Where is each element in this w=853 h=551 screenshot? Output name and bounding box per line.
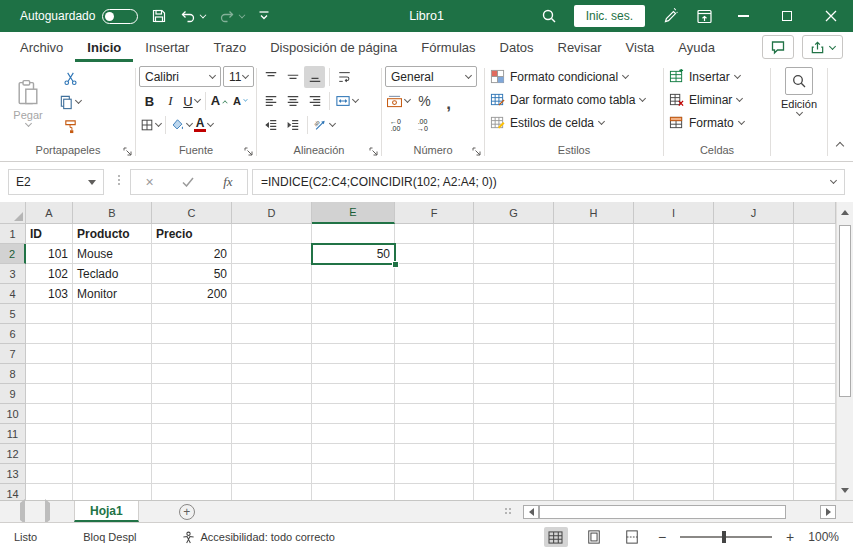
number-dialog-launcher[interactable] xyxy=(472,146,481,158)
cell-D12[interactable] xyxy=(232,444,312,464)
row-header-7[interactable]: 7 xyxy=(0,344,26,364)
cell-F2[interactable] xyxy=(395,244,474,264)
cell-C1[interactable]: Precio xyxy=(152,224,232,244)
cell-J8[interactable] xyxy=(714,364,794,384)
format-as-table-button[interactable]: Dar formato como tabla xyxy=(490,88,645,111)
select-all-corner[interactable] xyxy=(0,202,26,224)
cell-J3[interactable] xyxy=(714,264,794,284)
wrap-text-button[interactable] xyxy=(334,66,355,88)
cell-H13[interactable] xyxy=(554,464,634,484)
cell-D11[interactable] xyxy=(232,424,312,444)
cell-partial-7[interactable] xyxy=(794,344,836,364)
formula-input[interactable]: =INDICE(C2:C4;COINCIDIR(102; A2:A4; 0)) xyxy=(252,169,845,195)
cell-F5[interactable] xyxy=(395,304,474,324)
tab-datos[interactable]: Datos xyxy=(488,32,546,62)
cell-J1[interactable] xyxy=(714,224,794,244)
cell-F9[interactable] xyxy=(395,384,474,404)
insert-cells-button[interactable]: Insertar xyxy=(669,65,740,88)
cell-H9[interactable] xyxy=(554,384,634,404)
cell-E4[interactable] xyxy=(312,284,395,304)
cell-H11[interactable] xyxy=(554,424,634,444)
cell-C8[interactable] xyxy=(152,364,232,384)
row-header-5[interactable]: 5 xyxy=(0,304,26,324)
maximize-button[interactable] xyxy=(765,0,809,32)
cell-partial-3[interactable] xyxy=(794,264,836,284)
collapse-ribbon-button[interactable] xyxy=(837,135,843,153)
cell-E8[interactable] xyxy=(312,364,395,384)
vertical-scroll-thumb[interactable] xyxy=(839,225,851,397)
decrease-indent-button[interactable] xyxy=(260,114,281,136)
cell-H2[interactable] xyxy=(554,244,634,264)
tab-inicio[interactable]: Inicio xyxy=(75,32,133,62)
previous-sheet-button[interactable] xyxy=(20,503,25,521)
cell-partial-4[interactable] xyxy=(794,284,836,304)
decrease-decimal-button[interactable]: .00→0 xyxy=(412,114,433,136)
cell-F6[interactable] xyxy=(395,324,474,344)
cell-F14[interactable] xyxy=(395,484,474,500)
font-color-button[interactable]: A xyxy=(193,114,214,136)
cell-H14[interactable] xyxy=(554,484,634,500)
minimize-button[interactable] xyxy=(721,0,765,32)
cell-D3[interactable] xyxy=(232,264,312,284)
conditional-formatting-button[interactable]: Formato condicional xyxy=(490,65,628,88)
column-header-H[interactable]: H xyxy=(554,202,634,224)
normal-view-button[interactable] xyxy=(544,527,568,547)
page-break-view-button[interactable] xyxy=(620,527,644,547)
cell-A7[interactable] xyxy=(26,344,73,364)
cell-B12[interactable] xyxy=(73,444,152,464)
cell-G4[interactable] xyxy=(474,284,554,304)
paste-button[interactable]: Pegar xyxy=(6,66,50,138)
cell-D6[interactable] xyxy=(232,324,312,344)
cell-E7[interactable] xyxy=(312,344,395,364)
cell-partial-1[interactable] xyxy=(794,224,836,244)
cell-partial-8[interactable] xyxy=(794,364,836,384)
cell-A1[interactable]: ID xyxy=(26,224,73,244)
cell-H5[interactable] xyxy=(554,304,634,324)
cell-I5[interactable] xyxy=(634,304,714,324)
merge-center-button[interactable] xyxy=(334,90,359,112)
cell-E6[interactable] xyxy=(312,324,395,344)
cell-C13[interactable] xyxy=(152,464,232,484)
underline-button[interactable]: U xyxy=(181,90,202,112)
cell-C4[interactable]: 200 xyxy=(152,284,232,304)
cell-C10[interactable] xyxy=(152,404,232,424)
column-header-J[interactable]: J xyxy=(714,202,794,224)
increase-font-button[interactable]: A xyxy=(209,90,230,112)
search-button[interactable] xyxy=(532,0,566,32)
tab-archivo[interactable]: Archivo xyxy=(8,32,75,62)
align-middle-button[interactable] xyxy=(282,66,303,88)
formula-bar-resize-handle[interactable] xyxy=(118,175,120,185)
format-painter-button[interactable] xyxy=(58,115,82,137)
cell-partial-14[interactable] xyxy=(794,484,836,500)
align-right-button[interactable] xyxy=(304,90,325,112)
comma-style-button[interactable]: , xyxy=(438,90,459,112)
cell-A5[interactable] xyxy=(26,304,73,324)
font-name-combo[interactable]: Calibri xyxy=(139,66,221,87)
cell-I10[interactable] xyxy=(634,404,714,424)
column-header-F[interactable]: F xyxy=(395,202,474,224)
add-sheet-button[interactable]: + xyxy=(179,504,195,520)
tab-revisar[interactable]: Revisar xyxy=(546,32,614,62)
cell-G7[interactable] xyxy=(474,344,554,364)
italic-button[interactable]: I xyxy=(160,90,181,112)
vertical-scrollbar[interactable] xyxy=(836,202,853,500)
cell-J12[interactable] xyxy=(714,444,794,464)
cell-G9[interactable] xyxy=(474,384,554,404)
delete-cells-button[interactable]: Eliminar xyxy=(669,88,742,111)
accessibility-status[interactable]: Accesibilidad: todo correcto xyxy=(182,531,335,544)
cell-C7[interactable] xyxy=(152,344,232,364)
cell-B5[interactable] xyxy=(73,304,152,324)
row-header-9[interactable]: 9 xyxy=(0,384,26,404)
increase-indent-button[interactable] xyxy=(282,114,303,136)
cell-I7[interactable] xyxy=(634,344,714,364)
cell-C9[interactable] xyxy=(152,384,232,404)
cell-H3[interactable] xyxy=(554,264,634,284)
row-header-10[interactable]: 10 xyxy=(0,404,26,424)
cell-B6[interactable] xyxy=(73,324,152,344)
horizontal-scrollbar[interactable] xyxy=(523,503,836,521)
cell-I1[interactable] xyxy=(634,224,714,244)
cell-D7[interactable] xyxy=(232,344,312,364)
cell-E11[interactable] xyxy=(312,424,395,444)
cell-J5[interactable] xyxy=(714,304,794,324)
zoom-slider[interactable] xyxy=(680,536,772,538)
